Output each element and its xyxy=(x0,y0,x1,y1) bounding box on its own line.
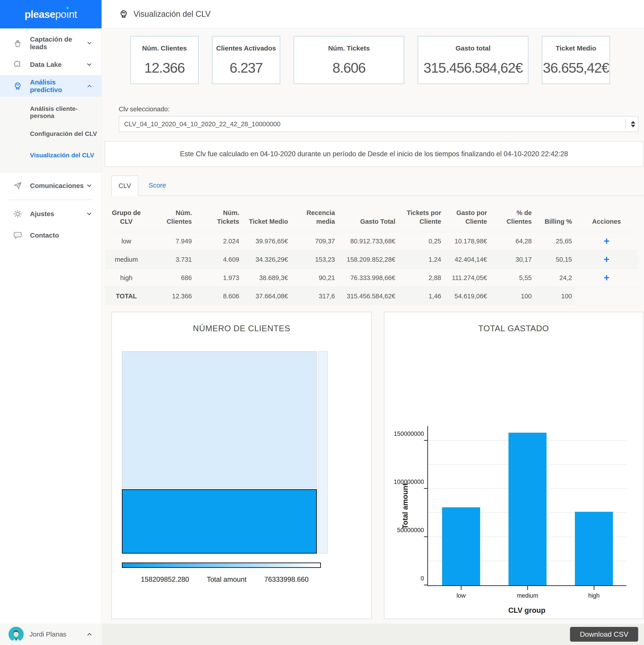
top-bar: Visualización del CLV xyxy=(102,0,644,28)
stat-value: 315.456.584,62€ xyxy=(424,60,522,76)
tabs: CLV Score xyxy=(111,176,643,196)
sidebar-item-data-lake[interactable]: Data Lake xyxy=(0,54,102,75)
y-tick xyxy=(424,585,428,585)
y-axis-title: Total amount xyxy=(401,426,410,586)
stat-value: 36.655,42€ xyxy=(543,60,609,76)
sidebar-item-label: Contacto xyxy=(30,232,93,239)
sidebar-item-analisis-predictivo[interactable]: Análisis predictivo xyxy=(0,75,102,97)
colorbar-max-label: 158209852.280 xyxy=(141,576,189,584)
sidebar-nav: Captación de leads Data Lake Análisis pr… xyxy=(0,32,102,246)
sidebar-subitem-analisis-cliente-persona[interactable]: Análisis cliente-persona xyxy=(0,102,102,123)
logo-text: pleasepoınt xyxy=(25,8,77,20)
table-row-low: low 7.949 2.024 39.976,65€ 709,37 80.912… xyxy=(105,232,638,250)
stat-value: 6.237 xyxy=(230,60,263,76)
sidebar-submenu: Análisis cliente-persona Configuración d… xyxy=(0,97,102,173)
magic-hat-icon xyxy=(13,38,22,48)
clv-info-text: Este Clv fue calculado en 04-10-2020 dur… xyxy=(180,150,568,158)
col-header-billing-pct: Billing % xyxy=(534,217,575,226)
table-row-medium: medium 3.731 4.609 34.326,29€ 153,23 158… xyxy=(105,250,638,268)
stat-label: Clientes Activados xyxy=(216,44,276,52)
bar-high[interactable] xyxy=(575,512,613,585)
table-row-high: high 686 1.973 38.689,3€ 90,21 76.333.99… xyxy=(105,268,638,287)
page: pleasepoınt Captación de leads Data Lake xyxy=(0,0,644,645)
chart-title: NÚMERO DE CLIENTES xyxy=(112,324,371,333)
table-row-total: TOTAL 12.366 8.606 37.664,08€ 317,6 315.… xyxy=(105,287,638,305)
stat-card-num-clientes: Núm. Clientes 12.366 xyxy=(130,36,198,84)
x-axis-title: CLV group xyxy=(427,606,626,615)
stat-card-ticket-medio: Ticket Medio 36.655,42€ xyxy=(542,36,610,84)
colorbar-title: Total amount xyxy=(207,576,247,584)
submenu-item-label: Configuración del CLV xyxy=(30,130,97,138)
sidebar-item-captacion-de-leads[interactable]: Captación de leads xyxy=(0,32,102,54)
sidebar-subitem-configuracion-del-clv[interactable]: Configuración del CLV xyxy=(0,123,102,145)
user-name: Jordi Planas xyxy=(29,630,86,638)
col-header-pct-clientes: % de Clientes xyxy=(490,209,534,226)
stat-card-num-tickets: Núm. Tickets 8.606 xyxy=(294,36,404,84)
stat-value: 12.366 xyxy=(144,60,185,76)
puzzle-icon xyxy=(13,60,22,69)
main-content: Núm. Clientes 12.366 Clientes Activados … xyxy=(102,29,644,624)
sidebar-item-label: Captación de leads xyxy=(30,35,86,51)
stat-label: Núm. Tickets xyxy=(328,44,370,52)
stat-card-clientes-activados: Clientes Activados 6.237 xyxy=(212,36,280,84)
sidebar-item-contacto[interactable]: Contacto xyxy=(0,225,102,246)
tab-score[interactable]: Score xyxy=(142,175,173,196)
clv-info-banner: Este Clv fue calculado en 04-10-2020 dur… xyxy=(105,141,643,167)
treemap-rect-medium[interactable] xyxy=(122,489,317,554)
sidebar-subitem-visualizacion-del-clv[interactable]: Visualización del CLV xyxy=(0,145,102,166)
y-tick-label: 150000000 xyxy=(394,430,424,437)
colorbar-min-label: 76333998.660 xyxy=(264,576,309,584)
y-tick xyxy=(424,536,428,537)
x-tick-label: low xyxy=(457,592,466,599)
col-header-num-tickets: Núm. Tickets xyxy=(194,209,242,226)
chart-title: TOTAL GASTADO xyxy=(384,324,643,333)
y-tick-label: 50000000 xyxy=(397,527,424,534)
chart-numero-de-clientes: NÚMERO DE CLIENTES 158209852.280 Total a… xyxy=(111,312,372,619)
footer-bar: Download CSV xyxy=(102,624,644,645)
chevron-down-icon xyxy=(86,182,93,189)
x-tick-label: medium xyxy=(517,592,538,599)
col-header-ticket-medio: Ticket Medio xyxy=(242,217,291,226)
expand-row-button[interactable]: + xyxy=(604,273,610,283)
paper-plane-icon xyxy=(13,181,22,190)
sidebar-item-ajustes[interactable]: Ajustes xyxy=(0,203,102,225)
charts-row: NÚMERO DE CLIENTES 158209852.280 Total a… xyxy=(111,312,643,619)
clv-select-wrap: CLV_04_10_2020_04_10_2020_22_42_28_10000… xyxy=(119,116,638,132)
sidebar-item-comunicaciones[interactable]: Comunicaciones xyxy=(0,175,102,196)
chevron-up-icon xyxy=(86,631,93,638)
col-header-gasto-por-cliente: Gasto por Cliente xyxy=(444,209,490,226)
sidebar-item-label: Comunicaciones xyxy=(30,182,86,190)
chevron-down-icon xyxy=(86,61,93,68)
stat-card-gasto-total: Gasto total 315.456.584,62€ xyxy=(418,36,528,84)
stat-label: Núm. Clientes xyxy=(142,44,187,52)
page-title: Visualización del CLV xyxy=(134,9,211,19)
stat-value: 8.606 xyxy=(332,60,366,76)
table-header-row: Grupo de CLV Núm. Clientes Núm. Tickets … xyxy=(105,205,638,232)
expand-row-button[interactable]: + xyxy=(604,236,610,246)
stat-label: Gasto total xyxy=(456,44,491,52)
sidebar: pleasepoınt Captación de leads Data Lake xyxy=(0,0,102,624)
treemap-rect-high[interactable] xyxy=(318,351,328,554)
treemap-rect-low[interactable] xyxy=(122,351,317,488)
avatar xyxy=(8,627,24,642)
clv-table: Grupo de CLV Núm. Clientes Núm. Tickets … xyxy=(105,205,638,305)
y-tick xyxy=(424,440,428,441)
stat-cards-row: Núm. Clientes 12.366 Clientes Activados … xyxy=(130,36,614,84)
x-tick xyxy=(594,586,594,590)
submenu-item-label: Visualización del CLV xyxy=(30,152,94,159)
col-header-acciones: Acciones xyxy=(575,217,638,226)
download-csv-button[interactable]: Download CSV xyxy=(570,627,638,642)
tab-clv[interactable]: CLV xyxy=(111,176,138,196)
pleasepoint-logo[interactable]: pleasepoınt xyxy=(0,0,102,28)
user-menu[interactable]: Jordi Planas xyxy=(0,624,102,645)
expand-row-button[interactable]: + xyxy=(604,254,610,264)
chat-bubble-icon xyxy=(13,231,22,240)
x-tick xyxy=(461,586,462,590)
bar-plot-area: 0 50000000 100000000 150000000 low mediu… xyxy=(427,426,626,586)
bar-low[interactable] xyxy=(442,507,480,585)
col-header-recencia-media: Recencia media xyxy=(291,209,338,226)
col-header-gasto-total: Gasto Total xyxy=(338,217,398,226)
stat-label: Ticket Medio xyxy=(556,44,596,52)
bar-medium[interactable] xyxy=(508,433,546,585)
clv-select[interactable]: CLV_04_10_2020_04_10_2020_22_42_28_10000… xyxy=(119,116,638,132)
